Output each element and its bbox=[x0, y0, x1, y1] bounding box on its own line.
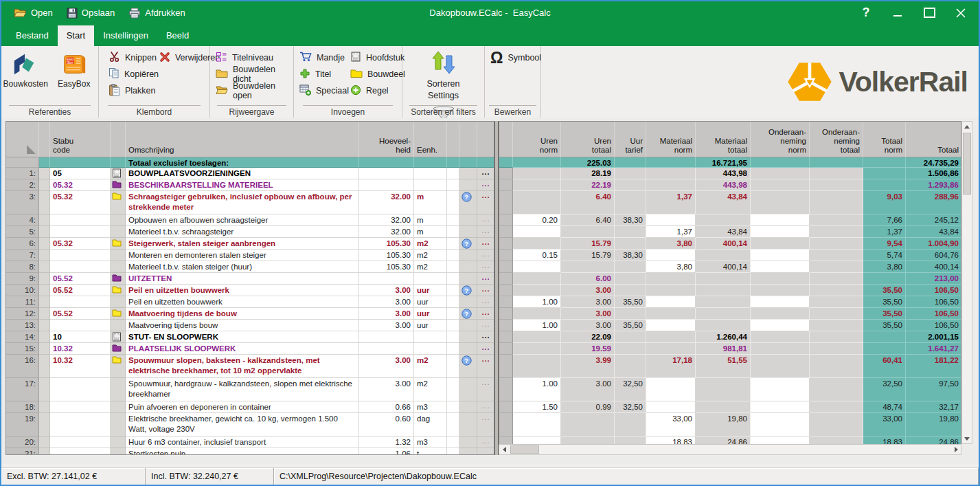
cell-totaal[interactable]: 106,50 bbox=[906, 308, 961, 320]
cell-hoeveelheid[interactable]: 3.00 bbox=[359, 285, 414, 296]
row-options-button[interactable]: ... bbox=[477, 250, 494, 261]
cell-totaal[interactable]: 106,50 bbox=[906, 320, 961, 331]
help-button[interactable]: ? bbox=[852, 4, 880, 22]
cell-materiaal-norm[interactable]: 1,37 bbox=[646, 226, 696, 238]
cell-hoeveelheid[interactable] bbox=[359, 179, 414, 191]
cell-stabu-code[interactable] bbox=[50, 413, 111, 437]
cell-stabu-code[interactable]: 05.32 bbox=[50, 191, 111, 214]
cell-totaal[interactable]: 19,80 bbox=[906, 413, 961, 437]
cell-totaal[interactable]: 181,22 bbox=[906, 355, 961, 378]
cell-materiaal-norm[interactable] bbox=[646, 401, 696, 413]
cell-uur-tarief[interactable] bbox=[615, 157, 646, 168]
cell-uren-totaal[interactable]: 3.99 bbox=[561, 355, 615, 378]
row-options-button[interactable]: ... bbox=[477, 331, 494, 343]
cell-onderaanneming-norm[interactable] bbox=[751, 331, 810, 343]
scroll-left-button[interactable] bbox=[499, 445, 509, 454]
cell-onderaanneming-norm[interactable] bbox=[751, 413, 810, 437]
cell-hoeveelheid[interactable]: 1.06 bbox=[359, 448, 414, 455]
cell-onderaanneming-totaal[interactable] bbox=[810, 320, 863, 331]
cell-uren-totaal[interactable]: 6.40 bbox=[561, 214, 615, 226]
cell-eenheid[interactable]: m3 bbox=[414, 437, 447, 448]
cell-stabu-code[interactable] bbox=[50, 378, 111, 401]
cell-uren-totaal[interactable]: 3.00 bbox=[561, 320, 615, 331]
row-options-button[interactable]: ... bbox=[477, 285, 494, 296]
tab-start[interactable]: Start bbox=[58, 25, 94, 46]
cell-totaal-norm[interactable]: 60,41 bbox=[863, 355, 906, 378]
cell-totaal[interactable]: 245,12 bbox=[906, 214, 961, 226]
cell-totaal[interactable]: 1.293,86 bbox=[906, 179, 961, 191]
cell-onderaanneming-totaal[interactable] bbox=[810, 355, 863, 378]
cell-stabu-code[interactable] bbox=[50, 250, 111, 261]
row-options-button[interactable]: ... bbox=[477, 179, 494, 191]
vertical-scrollbar[interactable] bbox=[961, 121, 972, 444]
cell-eenheid[interactable]: m bbox=[414, 214, 447, 226]
cell-totaal[interactable]: 2.001,15 bbox=[906, 331, 961, 343]
cell-totaal-norm[interactable]: 3,80 bbox=[863, 261, 906, 273]
save-button[interactable]: Opslaan bbox=[61, 5, 120, 21]
help-icon[interactable]: ? bbox=[461, 359, 472, 367]
cell-description[interactable]: Materieel t.b.v. stalen steiger (huur) bbox=[126, 261, 359, 273]
help-cell[interactable]: ? bbox=[459, 285, 477, 296]
row-options-button[interactable]: ... bbox=[477, 214, 494, 226]
cell-uur-tarief[interactable] bbox=[615, 179, 646, 191]
horizontal-scroll-thumb[interactable] bbox=[510, 445, 539, 454]
titel-button[interactable]: Titel bbox=[299, 66, 349, 82]
cell-hoeveelheid[interactable] bbox=[359, 168, 414, 179]
cell-uren-totaal[interactable]: 3.00 bbox=[561, 285, 615, 296]
cell-stabu-code[interactable] bbox=[50, 226, 111, 238]
cell-hoeveelheid[interactable]: 0.66 bbox=[359, 401, 414, 413]
cell-uren-totaal[interactable]: 15.79 bbox=[561, 238, 615, 250]
cell-description[interactable]: Maatvoering tijdens bouw bbox=[126, 320, 359, 331]
cell-totaal-norm[interactable]: 35,50 bbox=[863, 308, 906, 320]
cell-eenheid[interactable] bbox=[414, 157, 447, 168]
cell-description[interactable]: Spouwmuur slopen, baksteen - kalkzandste… bbox=[126, 355, 359, 378]
cell-stabu-code[interactable] bbox=[50, 296, 111, 308]
cell-uren-totaal[interactable]: 22.09 bbox=[561, 331, 615, 343]
cell-description[interactable]: Peil en uitzetten bouwwerk bbox=[126, 285, 359, 296]
cell-totaal[interactable]: 43,84 bbox=[906, 226, 961, 238]
cell-uur-tarief[interactable] bbox=[615, 191, 646, 214]
cell-uren-norm[interactable]: 1.00 bbox=[513, 296, 561, 308]
cell-uur-tarief[interactable] bbox=[615, 273, 646, 285]
row-options-button[interactable]: ... bbox=[477, 238, 494, 250]
row-options-button[interactable]: ... bbox=[477, 320, 494, 331]
row-options-button[interactable]: ... bbox=[477, 296, 494, 308]
cell-totaal-norm[interactable] bbox=[863, 168, 906, 179]
cell-hoeveelheid[interactable]: 3.00 bbox=[359, 378, 414, 401]
cell-eenheid[interactable]: m bbox=[414, 226, 447, 238]
cell-uur-tarief[interactable] bbox=[615, 413, 646, 437]
cell-stabu-code[interactable]: 05 bbox=[50, 168, 111, 179]
cell-uur-tarief[interactable]: 35,50 bbox=[615, 296, 646, 308]
cell-uur-tarief[interactable] bbox=[615, 226, 646, 238]
mandje-button[interactable]: Mandje bbox=[299, 49, 349, 66]
row-options-button[interactable]: ... bbox=[477, 401, 494, 413]
bouwdelen-open-button[interactable]: Bouwdelen open bbox=[216, 82, 293, 99]
cell-description[interactable]: BOUWPLAATSVOORZIENINGEN bbox=[126, 168, 359, 179]
cell-description[interactable]: STUT- EN SLOOPWERK bbox=[126, 331, 359, 343]
cell-eenheid[interactable]: uur bbox=[414, 320, 447, 331]
row-type-icon-cell[interactable] bbox=[111, 168, 126, 179]
cell-onderaanneming-norm[interactable] bbox=[751, 238, 810, 250]
row-options-button[interactable]: ... bbox=[477, 378, 494, 401]
row-options-button[interactable]: ... bbox=[477, 355, 494, 378]
cell-materiaal-totaal[interactable] bbox=[696, 308, 751, 320]
cell-uur-tarief[interactable] bbox=[615, 238, 646, 250]
row-number[interactable]: 11: bbox=[6, 296, 39, 308]
cell-onderaanneming-totaal[interactable] bbox=[810, 331, 863, 343]
row-number[interactable]: 7: bbox=[6, 250, 39, 261]
cell-materiaal-norm[interactable] bbox=[646, 320, 696, 331]
minimize-button[interactable] bbox=[884, 4, 911, 22]
cell-uren-norm[interactable]: 0.20 bbox=[513, 214, 561, 226]
row-options-button[interactable]: ... bbox=[477, 168, 494, 179]
row-options-button[interactable]: ... bbox=[477, 273, 494, 285]
row-number[interactable]: 12: bbox=[6, 308, 39, 320]
cell-onderaanneming-totaal[interactable] bbox=[810, 296, 863, 308]
cell-materiaal-norm[interactable] bbox=[646, 214, 696, 226]
cell-totaal[interactable]: 213,00 bbox=[906, 273, 961, 285]
cell-stabu-code[interactable] bbox=[50, 157, 111, 168]
cell-onderaanneming-totaal[interactable] bbox=[810, 273, 863, 285]
cell-uren-norm[interactable]: 0.15 bbox=[513, 250, 561, 261]
cell-eenheid[interactable]: dag bbox=[414, 413, 447, 437]
cell-onderaanneming-totaal[interactable] bbox=[810, 157, 863, 168]
select-all-corner-icon[interactable] bbox=[27, 145, 36, 154]
